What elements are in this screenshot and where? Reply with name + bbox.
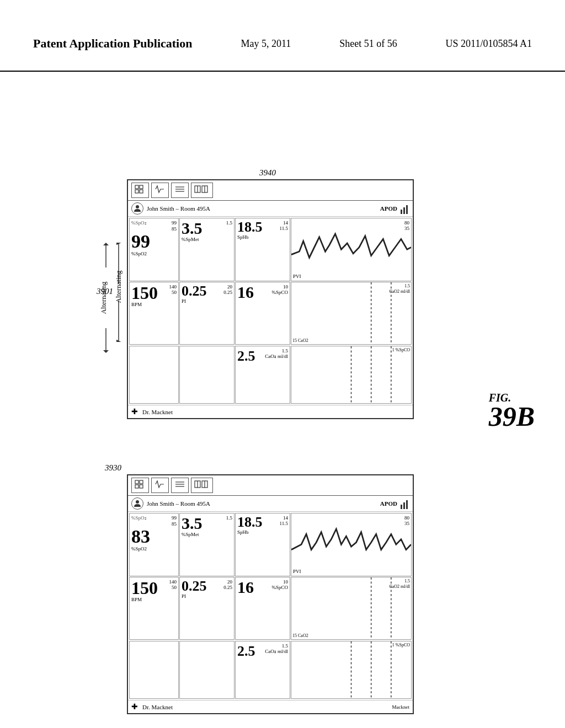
cao2-value-cell-bottom: 1.5 CaO₂ ml/dl 2.5 xyxy=(235,641,290,699)
pi-cell-bottom: 20 0.25 0.25 PI xyxy=(179,577,234,640)
cao2-label-right-top: 1.5 CaO₂ ml/dl xyxy=(265,348,288,359)
icon-list[interactable] xyxy=(171,478,189,493)
waveform-icon xyxy=(154,480,166,489)
wave3-svg-bottom xyxy=(291,641,411,698)
svg-rect-11 xyxy=(135,485,138,488)
svg-rect-29 xyxy=(135,185,138,189)
sphb-cell-top: 14 11.5 18.5 SpHb xyxy=(235,218,290,281)
doctor-name-bottom: Dr. Macknet xyxy=(142,704,173,710)
svg-rect-43 xyxy=(406,205,408,214)
wave3-svg-top xyxy=(291,346,411,403)
patient-avatar-top xyxy=(131,202,143,215)
pi-range-top: 20 0.25 xyxy=(223,284,232,295)
empty1-top xyxy=(179,346,234,404)
list-icon-top xyxy=(174,185,185,194)
signal-bars-bottom xyxy=(401,498,409,509)
wave2-val-bottom: 15 CaO2 xyxy=(292,633,308,638)
spco-cell-top: 10 %SpCO 16 xyxy=(235,282,290,345)
svg-marker-8 xyxy=(103,350,109,353)
wave1-svg-bottom xyxy=(291,513,411,576)
svg-point-20 xyxy=(136,500,139,504)
alt-svg: Alternating xyxy=(95,243,117,353)
spmet-range-top: 1.5 xyxy=(226,220,232,226)
pi-range-bottom: 20 0.25 xyxy=(223,579,232,590)
spmet-unit-top: %SpMet xyxy=(182,237,232,242)
waveform2-top: 1.5 CaO2 ml/dl 15 CaO2 xyxy=(291,282,412,345)
spco-cell-bottom: 10 %SpCO 16 xyxy=(235,577,290,640)
sphb-range-bottom: 14 11.5 xyxy=(280,515,288,526)
person-icon-bottom xyxy=(133,499,142,508)
hr-cell-top: 140 50 150 BPM xyxy=(129,282,179,345)
alternating-vertical: Alternating xyxy=(95,243,117,355)
svg-rect-12 xyxy=(140,485,143,488)
spo2-value-top: 99 xyxy=(131,232,177,251)
sphb-unit-top: SpHb xyxy=(237,234,288,240)
doctor-name-top: Dr. Macknet xyxy=(142,409,173,415)
icon-grid-top[interactable] xyxy=(131,183,149,198)
wave1-range-top: 80 35 xyxy=(404,220,409,231)
wave1-unit-bottom: PVI xyxy=(293,569,301,574)
apod-label-top: APOD xyxy=(380,205,397,212)
svg-rect-21 xyxy=(401,505,402,509)
spo2-cell-bottom: %SpO₂ 99 85 83 %SpO2 xyxy=(129,513,179,576)
device-panel-bottom: John Smith – Room 495A APOD %SpO₂ 99 85 xyxy=(127,474,414,714)
icon-settings[interactable] xyxy=(191,478,213,493)
spo2-value-bottom: 83 xyxy=(131,527,177,546)
svg-rect-41 xyxy=(401,210,402,214)
signal-bars-top xyxy=(401,203,409,214)
device-panel-top: John Smith – Room 495A APOD %SpO₂ 99 85 xyxy=(127,179,414,419)
spmet-cell-bottom: 1.5 3.5 %SpMet xyxy=(179,513,234,576)
svg-point-40 xyxy=(136,205,139,208)
spco-range-bottom: 10 %SpCO xyxy=(271,579,288,590)
svg-rect-9 xyxy=(135,480,138,484)
svg-rect-30 xyxy=(140,185,143,189)
icon-settings-top[interactable] xyxy=(191,183,213,198)
wave2-scale-bottom: 1.5 CaO2 ml/dl xyxy=(389,579,410,590)
sphb-unit-bottom: SpHb xyxy=(237,529,288,535)
status-row-bottom: ✚ Dr. Macknet Macknet xyxy=(128,700,413,713)
spo2-unit-top: %SpO2 xyxy=(131,251,177,256)
grid-icon-top xyxy=(135,185,146,194)
cao2-label-right-bottom: 1.5 CaO₂ ml/dl xyxy=(265,643,288,654)
spo2-label-top: %SpO₂ xyxy=(131,220,177,226)
page-header: Patent Application Publication May 5, 20… xyxy=(0,0,565,72)
patient-name-top: John Smith – Room 495A xyxy=(147,205,210,212)
hr-range-top: 140 50 xyxy=(169,284,177,295)
vitals-grid-top: %SpO₂ 99 85 99 %SpO2 1.5 3.5 %SpMet xyxy=(128,217,413,346)
icon-waveform-btn-top[interactable] xyxy=(151,183,169,198)
svg-marker-6 xyxy=(103,243,109,245)
spmet-value-top: 3.5 xyxy=(182,220,232,237)
status-row-top: ✚ Dr. Macknet xyxy=(128,405,413,418)
wave1-svg-top xyxy=(291,218,411,281)
icon-waveform-btn[interactable] xyxy=(151,478,169,493)
svg-rect-22 xyxy=(403,502,405,509)
cao2-value-cell-top: 1.5 CaO₂ ml/dl 2.5 xyxy=(235,346,290,404)
svg-rect-10 xyxy=(140,480,143,484)
sphb-cell-bottom: 14 11.5 18.5 SpHb xyxy=(235,513,290,576)
svg-rect-42 xyxy=(403,207,405,214)
icon-grid[interactable] xyxy=(131,478,149,493)
panel-bottom-toolbar xyxy=(128,475,413,496)
panel-top-toolbar xyxy=(128,180,413,201)
patient-row-top: John Smith – Room 495A APOD xyxy=(128,201,413,217)
sphb-range-top: 14 11.5 xyxy=(280,220,288,231)
waveform2-bottom: 1.5 CaO2 ml/dl 15 CaO2 xyxy=(291,577,412,640)
spco-range-top: 10 %SpCO xyxy=(271,284,288,295)
spmet-range-bottom: 1.5 xyxy=(226,515,232,521)
hr-range-bottom: 140 50 xyxy=(169,579,177,590)
list-icon xyxy=(174,480,185,489)
ref-3940: 3940 xyxy=(259,168,276,178)
svg-rect-23 xyxy=(406,500,408,509)
icon-list-top[interactable] xyxy=(171,183,189,198)
publication-title: Patent Application Publication xyxy=(33,35,192,52)
grid-icon xyxy=(135,480,146,489)
spo2-cell-top: %SpO₂ 99 85 99 %SpO2 xyxy=(129,218,179,281)
publication-date: May 5, 2011 xyxy=(241,38,291,50)
spmet-value-bottom: 3.5 xyxy=(182,515,232,532)
hr-cell-bottom: 140 50 150 BPM xyxy=(129,577,179,640)
apod-label-bottom: APOD xyxy=(380,500,397,507)
settings-icon-top xyxy=(194,185,210,194)
waveform3-bottom: 1 %SpCO xyxy=(291,641,412,699)
spo2-range-top: 99 85 xyxy=(172,220,177,232)
patent-number: US 2011/0105854 A1 xyxy=(446,38,532,50)
